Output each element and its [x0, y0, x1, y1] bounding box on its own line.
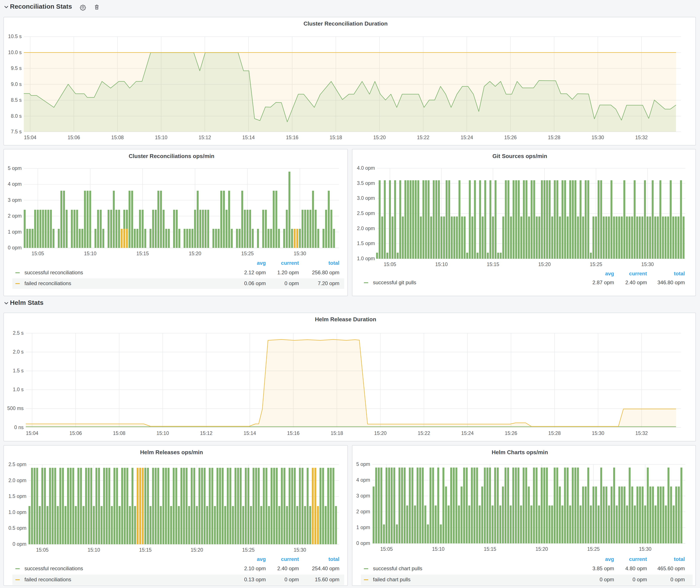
svg-text:15:24: 15:24 — [461, 430, 474, 436]
svg-text:current: current — [281, 260, 299, 266]
svg-text:15:18: 15:18 — [330, 135, 342, 140]
svg-text:15:05: 15:05 — [36, 547, 49, 553]
svg-text:15:25: 15:25 — [241, 251, 254, 256]
svg-text:successful reconciliations: successful reconciliations — [24, 270, 83, 275]
svg-text:1.5 s: 1.5 s — [13, 368, 24, 373]
svg-text:2.12 opm: 2.12 opm — [244, 270, 266, 275]
svg-text:15:15: 15:15 — [484, 546, 496, 552]
svg-text:0 opm: 0 opm — [284, 577, 299, 582]
svg-text:15:22: 15:22 — [418, 430, 430, 436]
svg-text:15:12: 15:12 — [199, 135, 211, 140]
svg-text:0.5 opm: 0.5 opm — [8, 525, 26, 531]
svg-text:0 ns: 0 ns — [14, 425, 24, 430]
svg-text:3.85 opm: 3.85 opm — [592, 565, 614, 571]
svg-text:15:20: 15:20 — [189, 251, 201, 256]
svg-text:Helm Charts ops/min: Helm Charts ops/min — [492, 449, 548, 456]
svg-text:15:15: 15:15 — [136, 251, 149, 256]
svg-text:3.5 opm: 3.5 opm — [357, 180, 375, 186]
svg-text:15:28: 15:28 — [548, 135, 560, 140]
svg-text:1.20 opm: 1.20 opm — [277, 270, 299, 275]
svg-text:15:20: 15:20 — [535, 546, 548, 552]
svg-text:total: total — [328, 260, 339, 266]
svg-text:3 opm: 3 opm — [8, 197, 22, 203]
svg-text:1 opm: 1 opm — [8, 229, 22, 235]
svg-text:0 opm: 0 opm — [670, 577, 685, 582]
svg-text:1.0 s: 1.0 s — [13, 387, 24, 392]
svg-text:successful chart pulls: successful chart pulls — [373, 565, 422, 571]
svg-text:15:10: 15:10 — [156, 430, 169, 436]
svg-text:3 opm: 3 opm — [356, 493, 370, 499]
svg-text:15:24: 15:24 — [461, 135, 473, 140]
svg-text:15:32: 15:32 — [635, 135, 648, 140]
svg-text:2.10 opm: 2.10 opm — [244, 565, 266, 571]
svg-text:0 opm: 0 opm — [600, 577, 614, 582]
svg-text:8.0 s: 8.0 s — [11, 113, 22, 119]
svg-text:15.60 opm: 15.60 opm — [315, 577, 339, 582]
svg-text:7.20 opm: 7.20 opm — [318, 280, 339, 286]
svg-text:4 opm: 4 opm — [356, 477, 370, 483]
svg-text:15:05: 15:05 — [380, 546, 393, 552]
svg-text:avg: avg — [257, 260, 266, 266]
svg-text:15:14: 15:14 — [242, 135, 255, 140]
svg-text:15:16: 15:16 — [287, 430, 300, 436]
svg-text:15:15: 15:15 — [139, 547, 152, 553]
svg-text:346.80 opm: 346.80 opm — [657, 279, 685, 285]
svg-text:4.80 opm: 4.80 opm — [625, 565, 647, 571]
svg-text:15:04: 15:04 — [24, 135, 37, 140]
svg-text:total: total — [674, 271, 685, 276]
svg-text:2 opm: 2 opm — [356, 509, 370, 514]
svg-text:0 opm: 0 opm — [356, 540, 370, 546]
svg-text:15:25: 15:25 — [587, 546, 600, 552]
svg-text:avg: avg — [605, 271, 614, 276]
svg-text:Git Sources ops/min: Git Sources ops/min — [492, 153, 547, 159]
svg-text:15:10: 15:10 — [155, 135, 168, 140]
svg-text:current: current — [629, 271, 647, 276]
svg-text:15:20: 15:20 — [373, 135, 386, 140]
svg-text:15:30: 15:30 — [592, 430, 604, 436]
svg-text:4.0 opm: 4.0 opm — [357, 165, 375, 171]
svg-text:0 opm: 0 opm — [8, 245, 22, 250]
svg-text:254.40 opm: 254.40 opm — [312, 565, 339, 571]
svg-text:2.40 opm: 2.40 opm — [625, 279, 647, 285]
svg-text:15:10: 15:10 — [432, 546, 445, 552]
svg-text:10.5 s: 10.5 s — [8, 34, 22, 39]
svg-text:successful git pulls: successful git pulls — [373, 279, 416, 285]
svg-text:current: current — [281, 556, 299, 562]
svg-text:1.5 opm: 1.5 opm — [8, 493, 26, 499]
svg-text:2.5 opm: 2.5 opm — [8, 462, 26, 467]
svg-text:Helm Release Duration: Helm Release Duration — [315, 316, 376, 323]
svg-text:failed reconciliations: failed reconciliations — [24, 280, 71, 286]
svg-text:2.40 opm: 2.40 opm — [277, 565, 299, 571]
svg-text:15:08: 15:08 — [113, 430, 126, 436]
svg-text:4 opm: 4 opm — [8, 181, 22, 187]
svg-text:2.0 opm: 2.0 opm — [8, 478, 26, 483]
svg-text:15:30: 15:30 — [641, 262, 654, 267]
svg-text:successful reconciliations: successful reconciliations — [24, 565, 83, 571]
svg-text:15:14: 15:14 — [244, 430, 256, 436]
svg-text:Cluster Reconciliation Duratio: Cluster Reconciliation Duration — [303, 20, 388, 27]
svg-text:Helm Releases ops/min: Helm Releases ops/min — [140, 449, 203, 456]
svg-text:2.5 opm: 2.5 opm — [357, 210, 375, 216]
svg-text:15:10: 15:10 — [84, 251, 97, 256]
svg-text:15:30: 15:30 — [294, 251, 306, 256]
svg-text:15:22: 15:22 — [417, 135, 429, 140]
svg-text:15:18: 15:18 — [331, 430, 343, 436]
svg-text:2.0 opm: 2.0 opm — [357, 226, 375, 231]
svg-text:15:10: 15:10 — [88, 547, 100, 553]
svg-text:15:32: 15:32 — [635, 430, 648, 436]
svg-text:15:10: 15:10 — [435, 262, 448, 267]
svg-text:8.5 s: 8.5 s — [11, 97, 22, 103]
svg-text:3.0 opm: 3.0 opm — [357, 195, 375, 201]
svg-text:9.5 s: 9.5 s — [11, 65, 22, 71]
svg-text:15:16: 15:16 — [286, 135, 298, 140]
svg-text:15:30: 15:30 — [592, 135, 604, 140]
svg-text:5 opm: 5 opm — [356, 461, 370, 467]
svg-text:256.80 opm: 256.80 opm — [312, 270, 339, 275]
svg-text:0 opm: 0 opm — [13, 541, 26, 547]
svg-text:7.5 s: 7.5 s — [11, 129, 22, 134]
svg-text:failed chart pulls: failed chart pulls — [373, 577, 410, 582]
svg-text:5 opm: 5 opm — [8, 165, 22, 171]
svg-text:total: total — [328, 556, 339, 562]
svg-text:2.87 opm: 2.87 opm — [592, 279, 614, 285]
svg-text:0.13 opm: 0.13 opm — [244, 577, 266, 582]
